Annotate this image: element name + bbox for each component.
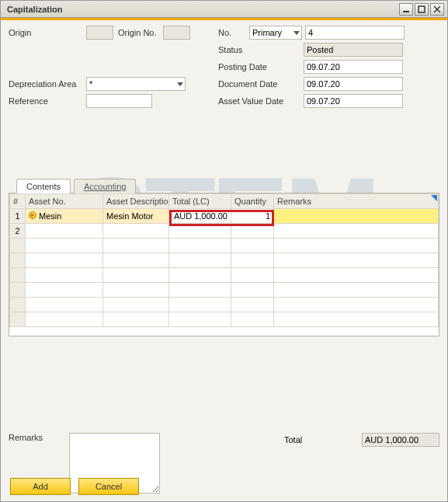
- header-form: Origin Origin No. Depreciation Area * Re…: [9, 25, 439, 110]
- add-button[interactable]: Add: [10, 478, 71, 495]
- origin-no-field: [163, 26, 190, 40]
- expand-icon[interactable]: [428, 195, 437, 204]
- document-date-label: Document Date: [218, 79, 304, 89]
- tab-contents[interactable]: Contents: [16, 179, 71, 193]
- reference-input[interactable]: [86, 94, 152, 108]
- document-date-field[interactable]: 09.07.20: [304, 77, 403, 91]
- chevron-down-icon: [293, 31, 300, 35]
- no-series-value: Primary: [252, 28, 282, 37]
- window-title: Capitalization: [7, 5, 63, 14]
- table-header-row: # Asset No. Asset Description Total (LC)…: [10, 194, 439, 209]
- table-row[interactable]: 2: [10, 224, 439, 239]
- table-row[interactable]: [10, 298, 439, 312]
- asset-value-date-label: Asset Value Date: [218, 96, 304, 106]
- origin-no-label: Origin No.: [118, 28, 163, 37]
- status-label: Status: [218, 45, 304, 54]
- posting-date-label: Posting Date: [218, 62, 304, 71]
- svg-rect-0: [403, 11, 409, 12]
- maximize-button[interactable]: [415, 3, 429, 16]
- origin-label: Origin: [9, 28, 86, 37]
- depreciation-area-label: Depreciation Area: [9, 79, 86, 89]
- asset-table[interactable]: # Asset No. Asset Description Total (LC)…: [9, 193, 439, 327]
- chevron-down-icon: [177, 82, 183, 86]
- table-row[interactable]: [10, 239, 439, 253]
- close-button[interactable]: [430, 3, 444, 16]
- link-arrow-icon[interactable]: [29, 211, 36, 219]
- doc-number-field[interactable]: 4: [305, 26, 405, 40]
- total-label: Total: [284, 435, 362, 444]
- reference-label: Reference: [9, 96, 86, 106]
- table-row[interactable]: [10, 268, 439, 283]
- titlebar[interactable]: Capitalization: [1, 1, 447, 18]
- cancel-button[interactable]: Cancel: [78, 478, 139, 495]
- remarks-value[interactable]: [274, 209, 439, 224]
- total-lc-value[interactable]: AUD 1,000.00: [169, 209, 231, 224]
- posting-date-field[interactable]: 09.07.20: [304, 60, 403, 74]
- depreciation-area-value: *: [89, 79, 92, 89]
- table-row[interactable]: [10, 312, 439, 327]
- no-series-select[interactable]: Primary: [249, 26, 302, 40]
- origin-field: [86, 26, 113, 40]
- asset-no-value: Mesin: [39, 211, 61, 221]
- status-field: Posted: [304, 43, 403, 57]
- tab-accounting[interactable]: Accounting: [74, 179, 136, 193]
- svg-rect-1: [418, 6, 425, 12]
- table-row[interactable]: [10, 283, 439, 298]
- window-buttons: [399, 3, 444, 16]
- col-asset-no[interactable]: Asset No.: [26, 194, 103, 209]
- asset-desc-value[interactable]: Mesin Motor: [103, 209, 169, 224]
- no-label: No.: [218, 28, 249, 37]
- contents-grid: # Asset No. Asset Description Total (LC)…: [9, 193, 439, 336]
- table-row[interactable]: 1 Mesin Mesin Motor AUD 1,000.00 1: [10, 209, 439, 224]
- col-total-lc[interactable]: Total (LC): [169, 194, 231, 209]
- col-asset-desc[interactable]: Asset Description: [103, 194, 169, 209]
- col-remarks[interactable]: Remarks: [274, 194, 439, 209]
- minimize-button[interactable]: [399, 3, 413, 16]
- col-num[interactable]: #: [10, 194, 26, 209]
- col-quantity[interactable]: Quantity: [231, 194, 274, 209]
- table-row[interactable]: [10, 253, 439, 268]
- qty-value[interactable]: 1: [231, 209, 274, 224]
- remarks-label: Remarks: [9, 433, 69, 442]
- total-field: AUD 1,000.00: [362, 433, 439, 447]
- capitalization-window: Capitalization STEM INNOVATION • DESIGN …: [0, 0, 448, 502]
- depreciation-area-select[interactable]: *: [86, 77, 186, 91]
- asset-value-date-field[interactable]: 09.07.20: [304, 94, 403, 108]
